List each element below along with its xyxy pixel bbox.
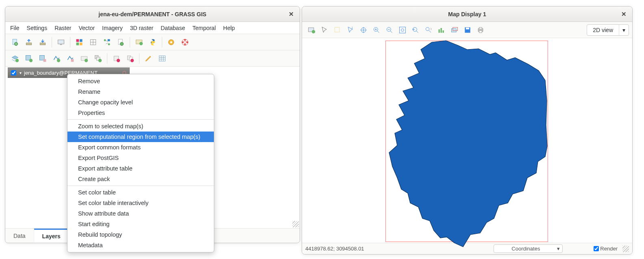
add-raster-icon[interactable] [22,52,35,65]
svg-line-52 [377,30,379,32]
ctx-color-table[interactable]: Set color table [67,187,214,198]
layer-collapse-icon[interactable]: ▾ [20,71,22,75]
ctx-export-common[interactable]: Export common formats [67,142,214,153]
svg-point-38 [117,58,120,62]
select-icon[interactable] [331,24,344,36]
menu-vector[interactable]: Vector [78,25,95,31]
edit-icon[interactable] [142,52,155,65]
svg-rect-71 [479,27,482,29]
save-icon[interactable] [36,36,49,49]
ctx-export-postgis[interactable]: Export PostGIS [67,153,214,163]
menu-temporal[interactable]: Temporal [192,25,216,31]
menu-raster[interactable]: Raster [54,25,71,31]
ctx-zoom-selected[interactable]: Zoom to selected map(s) [67,121,214,132]
menu-help[interactable]: Help [223,25,235,31]
pointer-icon[interactable] [318,24,331,36]
svg-rect-4 [40,43,45,45]
modeler-icon[interactable] [100,36,113,49]
svg-rect-8 [80,39,83,42]
add-overlay-icon[interactable] [78,52,91,65]
main-window-title: jena-eu-dem/PERMANENT - GRASS GIS [98,11,206,17]
ctx-start-editing[interactable]: Start editing [67,219,214,229]
close-icon[interactable]: ✕ [287,10,296,19]
close-icon[interactable]: ✕ [619,10,628,19]
cartographic-icon[interactable] [133,36,146,49]
add-group-icon[interactable] [91,52,104,65]
map-titlebar: Map Display 1 ✕ [302,6,632,22]
status-mode-selector[interactable]: Coordinates [494,244,563,253]
resize-grip-icon[interactable] [292,221,299,227]
raster-calc-icon[interactable] [87,36,100,49]
ctx-remove[interactable]: Remove [67,76,214,86]
ctx-metadata[interactable]: Metadata [67,240,214,250]
ctx-export-attr[interactable]: Export attribute table [67,163,214,174]
save-display-icon[interactable] [461,24,474,36]
ctx-create-pack[interactable]: Create pack [67,174,214,184]
svg-line-62 [429,30,431,32]
render-map-icon[interactable] [305,24,318,36]
ctx-opacity[interactable]: Change opacity level [67,97,214,108]
workspace-icon[interactable] [73,36,86,49]
python-icon[interactable] [146,36,159,49]
duplicate-layer-icon[interactable] [124,52,137,65]
table-icon[interactable] [156,52,169,65]
zoom-out-icon[interactable] [383,24,396,36]
menu-imagery[interactable]: Imagery [102,25,123,31]
svg-point-48 [312,30,315,33]
view-mode-selector[interactable]: 2D view ▾ [587,24,629,36]
zoom-menu-icon[interactable] [422,24,435,36]
map-canvas[interactable] [302,38,632,243]
svg-point-24 [184,41,187,43]
ctx-properties[interactable]: Properties [67,108,214,118]
svg-rect-64 [441,28,442,33]
render-checkbox[interactable] [594,246,599,251]
menu-settings[interactable]: Settings [27,25,48,31]
svg-rect-69 [466,28,469,29]
overlay-icon[interactable] [448,24,461,36]
menu-3d-raster[interactable]: 3D raster [130,25,154,31]
svg-rect-5 [58,40,64,44]
tab-data[interactable]: Data [5,229,34,242]
add-raster-misc-icon[interactable] [36,52,49,65]
menu-file[interactable]: File [10,25,20,31]
pan-icon[interactable] [357,24,370,36]
print-icon[interactable] [474,24,487,36]
main-titlebar: jena-eu-dem/PERMANENT - GRASS GIS ✕ [5,6,300,22]
menu-database[interactable]: Database [161,25,185,31]
settings-gear-icon[interactable] [165,36,178,49]
render-toggle[interactable]: Render [594,246,618,252]
ctx-rebuild-topology[interactable]: Rebuild topology [67,229,214,240]
svg-point-59 [401,28,404,31]
help-icon[interactable] [178,36,191,49]
zoom-last-icon[interactable] [409,24,422,36]
zoom-extent-icon[interactable] [396,24,409,36]
resize-grip-icon[interactable] [622,246,629,252]
remove-layer-icon[interactable] [110,52,123,65]
svg-rect-6 [60,44,62,45]
query-icon[interactable]: i [344,24,357,36]
svg-rect-7 [76,39,79,42]
ctx-show-attr[interactable]: Show attribute data [67,208,214,219]
chevron-down-icon[interactable]: ▾ [619,25,629,35]
new-file-icon[interactable]: + [9,36,22,49]
layer-visibility-checkbox[interactable] [11,70,16,76]
svg-point-18 [120,42,123,45]
display-icon[interactable] [54,36,67,49]
open-icon[interactable] [22,36,35,49]
ctx-rename[interactable]: Rename [67,86,214,97]
script-icon[interactable] [114,36,127,49]
ctx-color-interactive[interactable]: Set color table interactively [67,198,214,208]
svg-rect-49 [335,27,339,32]
add-vector-misc-icon[interactable] [64,52,77,65]
zoom-in-icon[interactable] [370,24,383,36]
ctx-divider [67,119,214,120]
map-window-title: Map Display 1 [448,11,486,17]
svg-point-27 [29,58,33,62]
map-toolbar: i 2D view ▾ [302,22,632,38]
add-vector-icon[interactable] [50,52,63,65]
ctx-set-region[interactable]: Set computational region from selected m… [67,132,214,142]
add-layers-icon[interactable] [9,52,22,65]
analyze-icon[interactable] [435,24,448,36]
tab-layers[interactable]: Layers [34,229,69,243]
svg-rect-9 [76,42,79,45]
